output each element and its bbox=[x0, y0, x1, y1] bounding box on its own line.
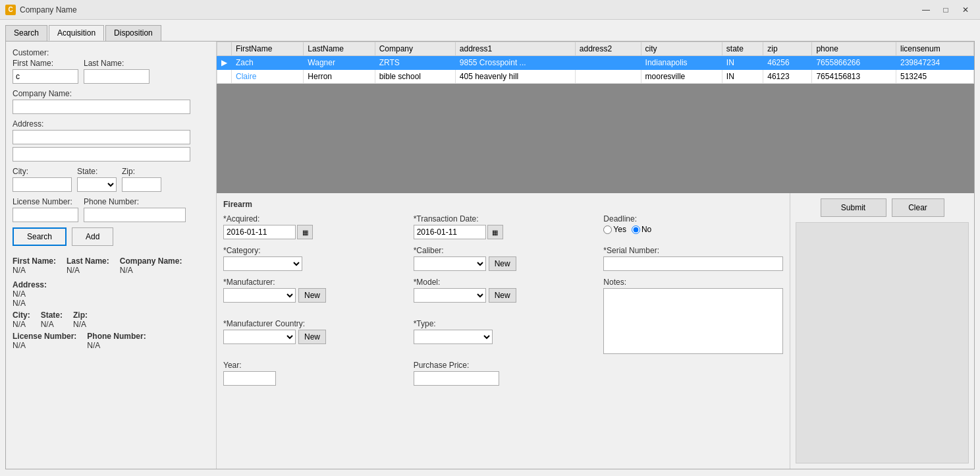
deadline-yes-label[interactable]: Yes bbox=[603, 225, 626, 234]
display-license-value: N/A bbox=[13, 341, 26, 350]
category-label: *Category: bbox=[223, 246, 403, 255]
display-company-value: N/A bbox=[120, 266, 133, 275]
minimize-button[interactable]: — bbox=[917, 3, 935, 16]
row-address2 bbox=[575, 70, 641, 84]
acquired-label: *Acquired: bbox=[223, 214, 403, 223]
phone-input[interactable] bbox=[84, 208, 186, 222]
col-arrow bbox=[217, 42, 232, 56]
maximize-button[interactable]: □ bbox=[937, 3, 955, 16]
purchase-price-input[interactable] bbox=[414, 371, 499, 386]
add-button[interactable]: Add bbox=[72, 227, 113, 246]
model-label: *Model: bbox=[414, 278, 593, 287]
acquired-field: *Acquired: ▦ bbox=[223, 214, 403, 239]
serial-number-input[interactable] bbox=[603, 256, 783, 271]
purchase-price-label: Purchase Price: bbox=[414, 361, 593, 370]
display-state-label: State: bbox=[41, 311, 63, 320]
firearm-section: Firearm *Acquired: ▦ *Transact bbox=[217, 193, 790, 469]
manufacturer-select[interactable] bbox=[223, 288, 296, 303]
license-label: License Number: bbox=[13, 197, 78, 206]
table-row[interactable]: ▶ Zach Wagner ZRTS 9855 Crosspoint ... I… bbox=[217, 56, 974, 70]
caliber-field: *Caliber: New bbox=[414, 246, 593, 271]
zip-input[interactable] bbox=[122, 177, 161, 192]
row-zip: 46123 bbox=[763, 70, 812, 84]
deadline-yes-radio[interactable] bbox=[603, 225, 612, 234]
state-select[interactable]: IN IL OH bbox=[77, 177, 117, 192]
content-area: Customer: First Name: Last Name: Company… bbox=[5, 41, 975, 469]
row-address1: 9855 Crosspoint ... bbox=[455, 56, 575, 70]
row-phone: 7654156813 bbox=[812, 70, 896, 84]
customer-table: FirstName LastName Company address1 addr… bbox=[217, 42, 974, 84]
company-name-input[interactable] bbox=[13, 100, 190, 114]
right-sidebar: Submit Clear bbox=[790, 193, 974, 469]
acquired-input[interactable] bbox=[223, 225, 296, 239]
category-field: *Category: bbox=[223, 246, 403, 271]
action-buttons: Submit Clear bbox=[796, 198, 969, 217]
transaction-calendar-btn[interactable]: ▦ bbox=[487, 225, 503, 239]
clear-button[interactable]: Clear bbox=[892, 198, 944, 217]
app-icon: C bbox=[5, 5, 16, 15]
row-firstname: Claire bbox=[232, 70, 304, 84]
deadline-no-label[interactable]: No bbox=[632, 225, 651, 234]
type-field: *Type: bbox=[414, 319, 593, 354]
tab-disposition[interactable]: Disposition bbox=[105, 25, 161, 41]
display-state-value: N/A bbox=[41, 320, 54, 329]
left-panel: Customer: First Name: Last Name: Company… bbox=[6, 42, 217, 469]
row-address2 bbox=[575, 56, 641, 70]
company-name-label: Company Name: bbox=[13, 89, 209, 98]
table-row[interactable]: Claire Herron bible school 405 heavenly … bbox=[217, 70, 974, 84]
deadline-no-radio[interactable] bbox=[632, 225, 640, 234]
display-first-name-value: N/A bbox=[13, 266, 26, 275]
notes-textarea[interactable] bbox=[603, 288, 783, 354]
display-company-label: Company Name: bbox=[120, 256, 182, 266]
row-licensenum: 239847234 bbox=[896, 56, 974, 70]
col-city: city bbox=[641, 42, 722, 56]
type-label: *Type: bbox=[414, 319, 593, 328]
zip-label: Zip: bbox=[122, 167, 161, 176]
new-country-btn[interactable]: New bbox=[298, 330, 326, 344]
display-zip-value: N/A bbox=[73, 320, 86, 329]
col-licensenum: licensenum bbox=[896, 42, 974, 56]
display-address2-value: N/A bbox=[13, 299, 26, 308]
model-field: *Model: New bbox=[414, 278, 593, 312]
year-label: Year: bbox=[223, 361, 403, 370]
model-select[interactable] bbox=[414, 288, 486, 303]
caliber-select[interactable] bbox=[414, 256, 486, 271]
row-arrow bbox=[217, 70, 232, 84]
new-manufacturer-btn[interactable]: New bbox=[298, 288, 326, 303]
manufacturer-country-select[interactable] bbox=[223, 330, 296, 344]
display-last-name-value: N/A bbox=[67, 266, 80, 275]
caliber-label: *Caliber: bbox=[414, 246, 593, 255]
app-title: Company Name bbox=[20, 5, 77, 15]
row-state: IN bbox=[722, 56, 763, 70]
tab-search[interactable]: Search bbox=[5, 25, 47, 41]
address1-input[interactable] bbox=[13, 130, 190, 144]
type-select[interactable] bbox=[414, 330, 493, 344]
manufacturer-field: *Manufacturer: New bbox=[223, 278, 403, 312]
first-name-input[interactable] bbox=[13, 69, 78, 84]
transaction-date-input[interactable] bbox=[414, 225, 486, 239]
year-input[interactable] bbox=[223, 371, 276, 386]
row-zip: 46256 bbox=[763, 56, 812, 70]
city-input[interactable] bbox=[13, 177, 72, 192]
new-model-btn[interactable]: New bbox=[489, 288, 516, 303]
row-company: ZRTS bbox=[375, 56, 455, 70]
close-button[interactable]: ✕ bbox=[956, 3, 975, 16]
submit-button[interactable]: Submit bbox=[821, 198, 886, 217]
first-name-label: First Name: bbox=[13, 59, 78, 68]
tab-acquisition[interactable]: Acquisition bbox=[49, 25, 104, 41]
new-caliber-btn[interactable]: New bbox=[489, 256, 516, 271]
category-select[interactable] bbox=[223, 256, 302, 271]
display-zip-label: Zip: bbox=[73, 311, 88, 320]
right-panel: FirstName LastName Company address1 addr… bbox=[217, 42, 974, 469]
col-zip: zip bbox=[763, 42, 812, 56]
tab-bar: Search Acquisition Disposition bbox=[5, 25, 975, 41]
col-firstname: FirstName bbox=[232, 42, 304, 56]
license-input[interactable] bbox=[13, 208, 78, 222]
last-name-input[interactable] bbox=[84, 69, 150, 84]
transaction-date-field: *Transaction Date: ▦ bbox=[414, 214, 593, 239]
display-phone-label: Phone Number: bbox=[87, 332, 146, 341]
row-lastname: Herron bbox=[304, 70, 375, 84]
acquired-calendar-btn[interactable]: ▦ bbox=[297, 225, 313, 239]
search-button[interactable]: Search bbox=[13, 227, 67, 246]
address2-input[interactable] bbox=[13, 147, 190, 162]
